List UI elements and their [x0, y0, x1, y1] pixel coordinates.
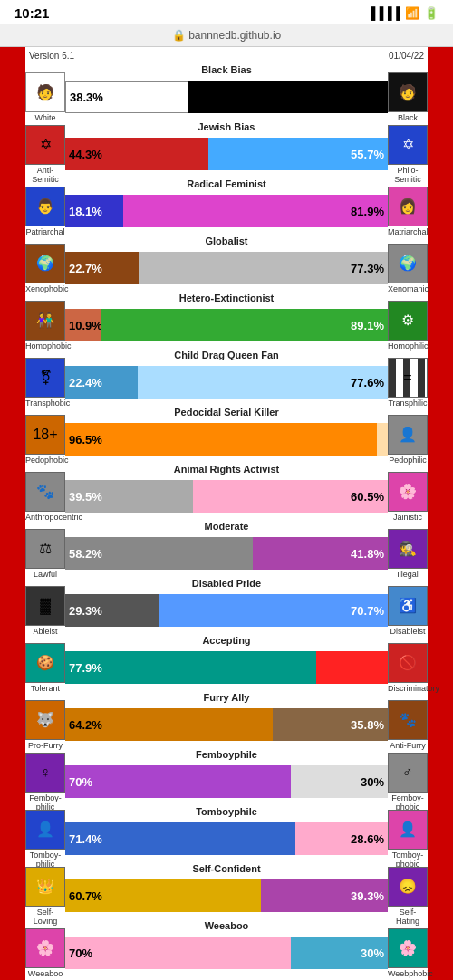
left-icon-15: 🌸	[25, 928, 65, 968]
left-icon-7: 🐾	[25, 472, 65, 512]
bar-right-11: 35.8%	[273, 708, 388, 741]
category-label-3: Globalist	[25, 234, 428, 247]
category-label-15: Weeaboo	[25, 918, 428, 932]
right-label-11: Anti-Furry	[388, 741, 428, 750]
bar-row-0: 🧑White38.3%🧑Black	[25, 76, 428, 118]
right-label-15: Weebphobic	[388, 969, 428, 978]
left-icon-14: 👑	[25, 867, 65, 907]
bar-left-9: 29.3%	[65, 594, 159, 627]
left-icon-13: 👤	[25, 810, 65, 850]
bar-left-8: 58.2%	[65, 537, 253, 570]
left-label-12: Femboy-philic	[25, 793, 65, 812]
bar-left-10: 77.9%	[65, 651, 316, 684]
right-icon-2: 👩	[388, 187, 428, 226]
right-group-13: 👤Tomboy-phobic	[388, 810, 428, 869]
right-group-1: ✡Philo-Semitic	[388, 125, 428, 184]
bar-right-5: 77.6%	[138, 366, 388, 399]
bar-right-14: 39.3%	[261, 879, 388, 912]
left-icon-4: 👫	[25, 301, 65, 341]
left-icon-6: 18+	[25, 415, 65, 455]
category-12: Femboyphile♀Femboy-philic70%30%♂Femboy-p…	[25, 747, 428, 802]
bar-container-13: 71.4%28.6%	[65, 822, 388, 855]
bar-left-12: 70%	[65, 765, 291, 798]
bar-row-10: 🍪Tolerant77.9%🚫Discriminatory	[25, 647, 428, 688]
bar-right-13: 28.6%	[295, 822, 388, 855]
bar-right-0	[188, 81, 388, 113]
right-label-1: Philo-Semitic	[388, 166, 428, 184]
category-label-11: Furry Ally	[25, 690, 428, 704]
left-group-0: 🧑White	[25, 72, 65, 122]
category-10: Accepting🍪Tolerant77.9%🚫Discriminatory	[25, 633, 428, 688]
bar-row-7: 🐾Anthropocentric39.5%60.5%🌸Jainistic	[25, 476, 428, 517]
left-group-15: 🌸Weeaboo	[25, 928, 65, 978]
left-label-2: Patriarchal	[25, 227, 65, 236]
bar-left-5: 22.4%	[65, 366, 138, 399]
left-label-15: Weeaboo	[25, 969, 65, 978]
category-8: Moderate⚖Lawful58.2%41.8%🕵Illegal	[25, 519, 428, 574]
bar-row-15: 🌸Weeaboo70%30%🌸Weebphobic	[25, 932, 428, 974]
category-label-12: Femboyphile	[25, 747, 428, 761]
bar-right-1: 55.7%	[208, 138, 388, 170]
category-9: Disabled Pride▓Ableist29.3%70.7%♿Disable…	[25, 576, 428, 631]
left-icon-10: 🍪	[25, 643, 65, 683]
category-label-7: Animal Rights Activist	[25, 462, 428, 476]
left-label-1: Anti-Semitic	[25, 166, 65, 184]
right-icon-4: ⚙	[388, 301, 428, 341]
bar-container-15: 70%30%	[65, 937, 388, 969]
right-label-8: Illegal	[388, 570, 428, 579]
right-label-0: Black	[388, 113, 428, 122]
left-label-13: Tomboy-philic	[25, 850, 65, 869]
right-icon-3: 🌍	[388, 244, 428, 283]
left-label-14: Self-Loving	[25, 908, 65, 926]
left-group-8: ⚖Lawful	[25, 529, 65, 579]
left-icon-5: ⚧	[25, 358, 65, 398]
url: bannnedb.github.io	[188, 29, 281, 42]
category-1: Jewish Bias✡Anti-Semitic44.3%55.7%✡Philo…	[25, 120, 428, 175]
right-group-12: ♂Femboy-phobic	[388, 753, 428, 812]
category-6: Pedocidal Serial Killer18+Pedophobic96.5…	[25, 405, 428, 460]
left-group-6: 18+Pedophobic	[25, 415, 65, 465]
bar-left-13: 71.4%	[65, 822, 295, 855]
left-icon-0: 🧑	[25, 72, 65, 112]
bar-container-11: 64.2%35.8%	[65, 708, 388, 741]
bar-row-8: ⚖Lawful58.2%41.8%🕵Illegal	[25, 533, 428, 574]
bar-left-11: 64.2%	[65, 708, 273, 741]
bar-left-15: 70%	[65, 937, 291, 969]
left-icon-11: 🐺	[25, 700, 65, 740]
wifi-icon: 📶	[405, 6, 419, 20]
bar-container-5: 22.4%77.6%	[65, 366, 388, 399]
left-group-14: 👑Self-Loving	[25, 867, 65, 926]
footer: imgflip.com	[25, 975, 428, 980]
right-icon-0: 🧑	[388, 72, 428, 112]
category-14: Self-Confident👑Self-Loving60.7%39.3%😞Sel…	[25, 861, 428, 917]
content: Version 6.1 01/04/22 Black Bias🧑White38.…	[0, 47, 453, 980]
left-group-2: 👨Patriarchal	[25, 187, 65, 236]
date-label: 01/04/22	[389, 51, 424, 61]
category-7: Animal Rights Activist🐾Anthropocentric39…	[25, 462, 428, 517]
bar-right-4: 89.1%	[101, 309, 388, 341]
right-group-2: 👩Matriarchal	[388, 187, 428, 236]
header-row: Version 6.1 01/04/22	[25, 47, 428, 62]
status-bar: 10:21 ▐▐▐▐ 📶 🔋	[0, 0, 453, 24]
right-label-10: Discriminatory	[388, 684, 428, 693]
right-label-13: Tomboy-phobic	[388, 850, 428, 869]
bar-row-11: 🐺Pro-Furry64.2%35.8%🐾Anti-Furry	[25, 704, 428, 745]
bar-container-1: 44.3%55.7%	[65, 138, 388, 170]
left-group-12: ♀Femboy-philic	[25, 753, 65, 812]
category-label-9: Disabled Pride	[25, 576, 428, 590]
version-label: Version 6.1	[29, 51, 74, 61]
bar-right-10	[316, 651, 388, 684]
bar-right-2: 81.9%	[123, 195, 388, 227]
right-group-6: 👤Pedophilic	[388, 415, 428, 465]
right-group-7: 🌸Jainistic	[388, 472, 428, 522]
right-icon-5: =	[388, 358, 428, 398]
right-icon-8: 🕵	[388, 529, 428, 569]
right-group-9: ♿Disableist	[388, 586, 428, 636]
right-label-7: Jainistic	[388, 513, 428, 522]
bar-right-12: 30%	[291, 765, 388, 798]
right-group-3: 🌍Xenomanic	[388, 244, 428, 293]
category-label-10: Accepting	[25, 633, 428, 647]
bar-left-6: 96.5%	[65, 423, 377, 456]
category-label-0: Black Bias	[25, 62, 428, 76]
bar-container-3: 22.7%77.3%	[65, 252, 388, 284]
